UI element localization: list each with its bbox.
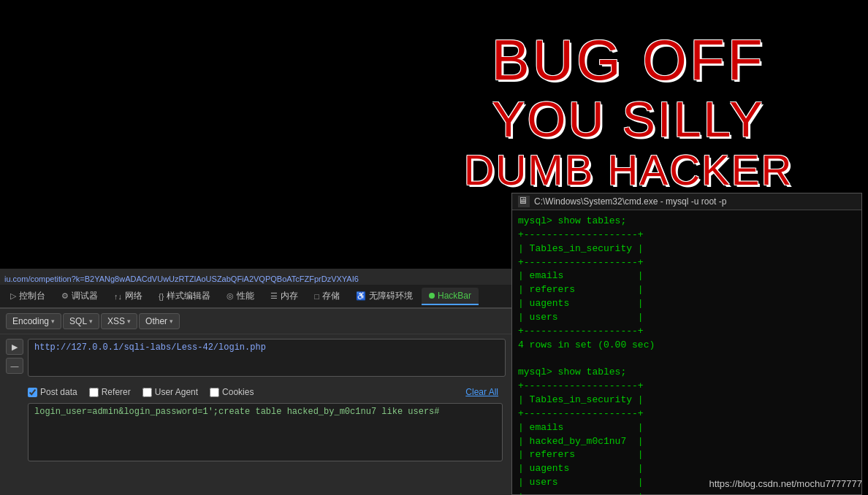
tab-memory-label: 内存 [281, 290, 298, 302]
tab-console[interactable]: ▷ 控制台 [3, 287, 53, 305]
sql-label: SQL [69, 316, 87, 326]
sql-button[interactable]: SQL ▾ [63, 313, 99, 329]
referer-label: Referer [102, 387, 131, 397]
network-icon: ↑↓ [114, 292, 122, 301]
cmd-terminal: 🖥 C:\Windows\System32\cmd.exe - mysql -u… [511, 193, 862, 495]
tab-style-label: 样式编辑器 [167, 290, 210, 302]
other-button[interactable]: Other ▾ [139, 313, 180, 329]
storage-icon: □ [314, 292, 319, 301]
encoding-arrow-icon: ▾ [51, 318, 55, 325]
memory-icon: ☰ [270, 291, 278, 301]
url-input[interactable] [28, 339, 506, 377]
tab-debugger-label: 调试器 [72, 290, 98, 302]
tab-memory[interactable]: ☰ 内存 [263, 287, 305, 305]
referer-check-label[interactable]: Referer [89, 387, 131, 397]
cookies-label: Cookies [222, 387, 254, 397]
post-data-input[interactable] [28, 403, 503, 461]
hackbar-url-area: ▶ — [0, 334, 511, 381]
side-buttons: ▶ — [6, 339, 23, 377]
performance-icon: ◎ [226, 291, 234, 301]
console-icon: ▷ [10, 291, 16, 301]
post-data-check-label[interactable]: Post data [28, 387, 77, 397]
xss-button[interactable]: XSS ▾ [101, 313, 137, 329]
xss-arrow-icon: ▾ [127, 318, 131, 325]
tab-console-label: 控制台 [19, 290, 45, 302]
bug-off-line3: DUMB HACKER [424, 147, 833, 193]
encoding-button[interactable]: Encoding ▾ [6, 313, 61, 329]
tab-accessibility-label: 无障碍环境 [369, 290, 413, 302]
user-agent-check-label[interactable]: User Agent [142, 387, 198, 397]
hackbar-checkboxes: Post data Referer User Agent Cookies Cle… [0, 381, 511, 402]
bug-off-line1: BUG OFF [424, 29, 833, 92]
user-agent-label: User Agent [155, 387, 198, 397]
tab-hackbar-label: HackBar [438, 291, 471, 301]
blog-url: https://blog.csdn.net/mochu7777777 [709, 478, 862, 489]
post-data-checkbox[interactable] [28, 388, 37, 397]
encoding-label: Encoding [12, 316, 49, 326]
post-data-label: Post data [40, 387, 77, 397]
user-agent-checkbox[interactable] [142, 388, 152, 397]
hackbar-toolbar: Encoding ▾ SQL ▾ XSS ▾ Other ▾ [0, 309, 511, 334]
xss-label: XSS [107, 316, 125, 326]
hackbar-dot-icon [429, 293, 435, 299]
cmd-title-text: C:\Windows\System32\cmd.exe - mysql -u r… [534, 196, 726, 207]
bug-off-line2: YOU SILLY [424, 92, 833, 147]
cmd-titlebar: 🖥 C:\Windows\System32\cmd.exe - mysql -u… [512, 193, 861, 210]
tab-debugger[interactable]: ⚙ 调试器 [54, 287, 105, 305]
hackbar-post-area [0, 402, 511, 467]
bug-off-banner: BUG OFF YOU SILLY DUMB HACKER [424, 29, 833, 193]
clear-all-button[interactable]: Clear All [458, 385, 506, 399]
url-text: iu.com/competition?k=B2YANg8wADACdVUwUzR… [4, 275, 359, 283]
devtools-tabs: ▷ 控制台 ⚙ 调试器 ↑↓ 网络 {} 样式编辑器 ◎ 性能 ☰ 内存 □ 存… [0, 285, 511, 308]
tab-accessibility[interactable]: ♿ 无障碍环境 [349, 287, 420, 305]
style-icon: {} [159, 292, 164, 301]
other-arrow-icon: ▾ [170, 318, 173, 325]
tab-network-label: 网络 [125, 290, 142, 302]
debugger-icon: ⚙ [61, 291, 69, 301]
tab-storage[interactable]: □ 存储 [307, 287, 347, 305]
cmd-output: mysql> show tables; +-------------------… [512, 210, 861, 495]
run-button[interactable]: ▶ [6, 339, 23, 355]
tab-network[interactable]: ↑↓ 网络 [107, 287, 150, 305]
accessibility-icon: ♿ [356, 291, 366, 301]
cmd-icon: 🖥 [518, 196, 530, 207]
tab-hackbar[interactable]: HackBar [422, 288, 479, 305]
tab-style-editor[interactable]: {} 样式编辑器 [151, 287, 218, 305]
hackbar-panel: Encoding ▾ SQL ▾ XSS ▾ Other ▾ ▶ — Post … [0, 308, 511, 495]
split-button[interactable]: — [6, 358, 23, 374]
other-label: Other [145, 316, 167, 326]
cookies-check-label[interactable]: Cookies [210, 387, 254, 397]
referer-checkbox[interactable] [89, 388, 99, 397]
tab-performance-label: 性能 [237, 290, 254, 302]
sql-arrow-icon: ▾ [89, 318, 93, 325]
tab-performance[interactable]: ◎ 性能 [219, 287, 262, 305]
cookies-checkbox[interactable] [210, 388, 219, 397]
tab-storage-label: 存储 [322, 290, 340, 302]
